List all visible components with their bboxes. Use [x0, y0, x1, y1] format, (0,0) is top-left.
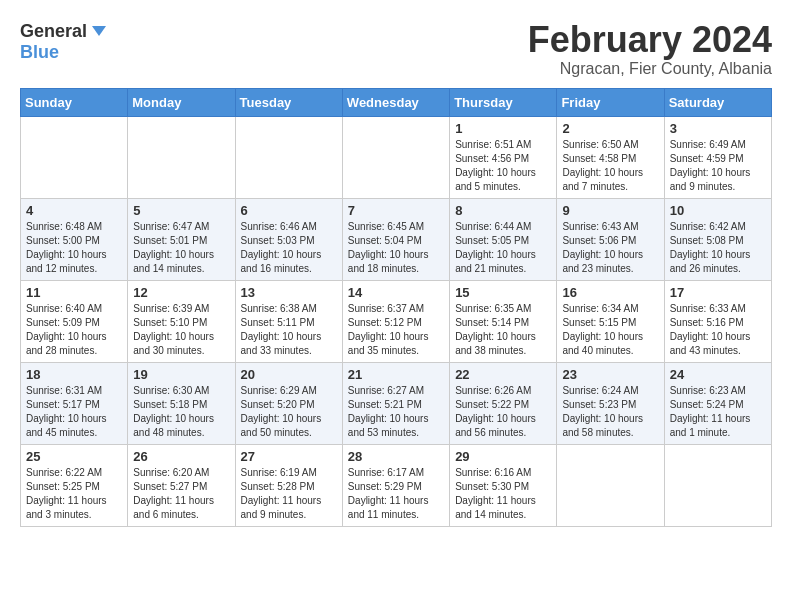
calendar-week-row: 4Sunrise: 6:48 AM Sunset: 5:00 PM Daylig…: [21, 198, 772, 280]
day-info: Sunrise: 6:47 AM Sunset: 5:01 PM Dayligh…: [133, 220, 229, 276]
day-number: 24: [670, 367, 766, 382]
day-info: Sunrise: 6:27 AM Sunset: 5:21 PM Dayligh…: [348, 384, 444, 440]
day-number: 20: [241, 367, 337, 382]
day-number: 6: [241, 203, 337, 218]
day-info: Sunrise: 6:19 AM Sunset: 5:28 PM Dayligh…: [241, 466, 337, 522]
calendar-cell: [342, 116, 449, 198]
day-info: Sunrise: 6:33 AM Sunset: 5:16 PM Dayligh…: [670, 302, 766, 358]
calendar-cell: 18Sunrise: 6:31 AM Sunset: 5:17 PM Dayli…: [21, 362, 128, 444]
day-number: 22: [455, 367, 551, 382]
day-number: 1: [455, 121, 551, 136]
calendar-cell: 16Sunrise: 6:34 AM Sunset: 5:15 PM Dayli…: [557, 280, 664, 362]
day-number: 13: [241, 285, 337, 300]
calendar-week-row: 11Sunrise: 6:40 AM Sunset: 5:09 PM Dayli…: [21, 280, 772, 362]
day-number: 14: [348, 285, 444, 300]
calendar-header-row: SundayMondayTuesdayWednesdayThursdayFrid…: [21, 88, 772, 116]
day-info: Sunrise: 6:16 AM Sunset: 5:30 PM Dayligh…: [455, 466, 551, 522]
day-number: 7: [348, 203, 444, 218]
day-info: Sunrise: 6:17 AM Sunset: 5:29 PM Dayligh…: [348, 466, 444, 522]
day-info: Sunrise: 6:39 AM Sunset: 5:10 PM Dayligh…: [133, 302, 229, 358]
logo: General Blue: [20, 20, 108, 63]
day-number: 12: [133, 285, 229, 300]
day-number: 29: [455, 449, 551, 464]
calendar-cell: 13Sunrise: 6:38 AM Sunset: 5:11 PM Dayli…: [235, 280, 342, 362]
logo-general: General: [20, 21, 87, 42]
day-info: Sunrise: 6:46 AM Sunset: 5:03 PM Dayligh…: [241, 220, 337, 276]
calendar-cell: 26Sunrise: 6:20 AM Sunset: 5:27 PM Dayli…: [128, 444, 235, 526]
calendar-cell: 24Sunrise: 6:23 AM Sunset: 5:24 PM Dayli…: [664, 362, 771, 444]
calendar-header-cell: Tuesday: [235, 88, 342, 116]
logo-arrow-icon: [90, 20, 108, 42]
day-number: 16: [562, 285, 658, 300]
calendar-week-row: 18Sunrise: 6:31 AM Sunset: 5:17 PM Dayli…: [21, 362, 772, 444]
calendar-header-cell: Sunday: [21, 88, 128, 116]
calendar-body: 1Sunrise: 6:51 AM Sunset: 4:56 PM Daylig…: [21, 116, 772, 526]
calendar-cell: 23Sunrise: 6:24 AM Sunset: 5:23 PM Dayli…: [557, 362, 664, 444]
day-info: Sunrise: 6:20 AM Sunset: 5:27 PM Dayligh…: [133, 466, 229, 522]
calendar-cell: 3Sunrise: 6:49 AM Sunset: 4:59 PM Daylig…: [664, 116, 771, 198]
calendar-header-cell: Friday: [557, 88, 664, 116]
day-number: 5: [133, 203, 229, 218]
day-info: Sunrise: 6:44 AM Sunset: 5:05 PM Dayligh…: [455, 220, 551, 276]
day-number: 17: [670, 285, 766, 300]
day-info: Sunrise: 6:48 AM Sunset: 5:00 PM Dayligh…: [26, 220, 122, 276]
calendar-cell: [664, 444, 771, 526]
page-header: General Blue February 2024 Ngracan, Fier…: [20, 20, 772, 78]
day-number: 8: [455, 203, 551, 218]
day-info: Sunrise: 6:35 AM Sunset: 5:14 PM Dayligh…: [455, 302, 551, 358]
day-info: Sunrise: 6:50 AM Sunset: 4:58 PM Dayligh…: [562, 138, 658, 194]
day-number: 19: [133, 367, 229, 382]
calendar-cell: 28Sunrise: 6:17 AM Sunset: 5:29 PM Dayli…: [342, 444, 449, 526]
day-number: 4: [26, 203, 122, 218]
calendar-cell: 5Sunrise: 6:47 AM Sunset: 5:01 PM Daylig…: [128, 198, 235, 280]
day-info: Sunrise: 6:37 AM Sunset: 5:12 PM Dayligh…: [348, 302, 444, 358]
calendar-header-cell: Saturday: [664, 88, 771, 116]
day-number: 26: [133, 449, 229, 464]
calendar-week-row: 25Sunrise: 6:22 AM Sunset: 5:25 PM Dayli…: [21, 444, 772, 526]
day-info: Sunrise: 6:38 AM Sunset: 5:11 PM Dayligh…: [241, 302, 337, 358]
calendar-cell: [557, 444, 664, 526]
calendar-cell: 25Sunrise: 6:22 AM Sunset: 5:25 PM Dayli…: [21, 444, 128, 526]
calendar-cell: 27Sunrise: 6:19 AM Sunset: 5:28 PM Dayli…: [235, 444, 342, 526]
page-subtitle: Ngracan, Fier County, Albania: [528, 60, 772, 78]
day-number: 23: [562, 367, 658, 382]
calendar-week-row: 1Sunrise: 6:51 AM Sunset: 4:56 PM Daylig…: [21, 116, 772, 198]
calendar-header-cell: Wednesday: [342, 88, 449, 116]
calendar-cell: 20Sunrise: 6:29 AM Sunset: 5:20 PM Dayli…: [235, 362, 342, 444]
calendar-cell: 6Sunrise: 6:46 AM Sunset: 5:03 PM Daylig…: [235, 198, 342, 280]
page-title: February 2024: [528, 20, 772, 60]
calendar-header-cell: Monday: [128, 88, 235, 116]
day-number: 27: [241, 449, 337, 464]
calendar-cell: 8Sunrise: 6:44 AM Sunset: 5:05 PM Daylig…: [450, 198, 557, 280]
day-info: Sunrise: 6:42 AM Sunset: 5:08 PM Dayligh…: [670, 220, 766, 276]
day-number: 3: [670, 121, 766, 136]
calendar-cell: 2Sunrise: 6:50 AM Sunset: 4:58 PM Daylig…: [557, 116, 664, 198]
day-number: 15: [455, 285, 551, 300]
day-info: Sunrise: 6:43 AM Sunset: 5:06 PM Dayligh…: [562, 220, 658, 276]
svg-marker-0: [92, 26, 106, 36]
day-info: Sunrise: 6:51 AM Sunset: 4:56 PM Dayligh…: [455, 138, 551, 194]
calendar-cell: [128, 116, 235, 198]
calendar-cell: 10Sunrise: 6:42 AM Sunset: 5:08 PM Dayli…: [664, 198, 771, 280]
calendar-cell: 21Sunrise: 6:27 AM Sunset: 5:21 PM Dayli…: [342, 362, 449, 444]
calendar-cell: 17Sunrise: 6:33 AM Sunset: 5:16 PM Dayli…: [664, 280, 771, 362]
calendar-cell: [235, 116, 342, 198]
day-info: Sunrise: 6:49 AM Sunset: 4:59 PM Dayligh…: [670, 138, 766, 194]
calendar-cell: 1Sunrise: 6:51 AM Sunset: 4:56 PM Daylig…: [450, 116, 557, 198]
day-info: Sunrise: 6:31 AM Sunset: 5:17 PM Dayligh…: [26, 384, 122, 440]
calendar-header-cell: Thursday: [450, 88, 557, 116]
day-info: Sunrise: 6:24 AM Sunset: 5:23 PM Dayligh…: [562, 384, 658, 440]
day-info: Sunrise: 6:26 AM Sunset: 5:22 PM Dayligh…: [455, 384, 551, 440]
calendar-cell: 14Sunrise: 6:37 AM Sunset: 5:12 PM Dayli…: [342, 280, 449, 362]
calendar-table: SundayMondayTuesdayWednesdayThursdayFrid…: [20, 88, 772, 527]
calendar-cell: 19Sunrise: 6:30 AM Sunset: 5:18 PM Dayli…: [128, 362, 235, 444]
day-number: 21: [348, 367, 444, 382]
day-info: Sunrise: 6:22 AM Sunset: 5:25 PM Dayligh…: [26, 466, 122, 522]
day-info: Sunrise: 6:34 AM Sunset: 5:15 PM Dayligh…: [562, 302, 658, 358]
calendar-cell: 11Sunrise: 6:40 AM Sunset: 5:09 PM Dayli…: [21, 280, 128, 362]
day-info: Sunrise: 6:29 AM Sunset: 5:20 PM Dayligh…: [241, 384, 337, 440]
calendar-header: SundayMondayTuesdayWednesdayThursdayFrid…: [21, 88, 772, 116]
calendar-cell: 29Sunrise: 6:16 AM Sunset: 5:30 PM Dayli…: [450, 444, 557, 526]
day-number: 28: [348, 449, 444, 464]
day-info: Sunrise: 6:30 AM Sunset: 5:18 PM Dayligh…: [133, 384, 229, 440]
